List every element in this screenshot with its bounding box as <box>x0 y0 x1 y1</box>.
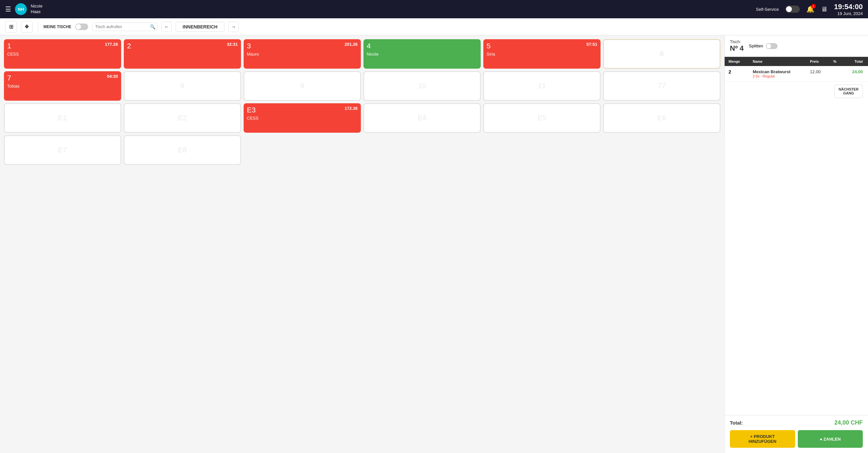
panel-spacer <box>725 101 868 415</box>
table-card-E5[interactable]: E5 <box>483 103 600 133</box>
nav-next-arrow[interactable]: → <box>228 22 239 32</box>
table-number-label: 2 <box>127 42 238 50</box>
item-sub: 2.0x · Regular <box>753 74 802 78</box>
table-card-77[interactable]: 77 <box>603 71 720 101</box>
table-placeholder: 10 <box>367 75 477 97</box>
clock-display: 19:54:00 19 Juni, 2024 <box>834 3 863 16</box>
col-name: Name <box>749 57 806 66</box>
table-number-label: 5 <box>487 42 597 50</box>
next-gang-button[interactable]: NÄCHSTER GANG <box>834 84 863 98</box>
panel-header: Tisch: Nº 4 Splitten <box>725 35 868 57</box>
self-service-label: Self-Service <box>756 7 779 12</box>
table-card-E8[interactable]: E8 <box>124 135 241 165</box>
nav-prev-arrow[interactable]: ← <box>161 22 172 32</box>
grid-view-icon[interactable]: ⊞ <box>5 21 17 33</box>
table-guest-name: Nicole <box>367 52 477 57</box>
table-card-E6[interactable]: E6 <box>603 103 720 133</box>
table-placeholder: 11 <box>487 75 597 97</box>
panel-footer-actions: + PRODUKT HINZUFÜGEN ● ZAHLEN <box>725 430 868 453</box>
search-input[interactable] <box>95 24 150 29</box>
table-amount: 172.38 <box>344 106 358 111</box>
order-table: Menge Name Preis % Total 2 Mexican Bratw… <box>725 57 868 82</box>
split-toggle: Splitten <box>749 43 777 49</box>
bell-container: 🔔 1 <box>806 5 814 13</box>
table-guest-name: Siria <box>487 52 597 57</box>
table-grid: 1 177.28 CESS 2 32:31 3 201.26 Mauro 4 N… <box>0 35 724 453</box>
table-card-E7[interactable]: E7 <box>4 135 121 165</box>
topbar: ☰ NH Nicole Haas Self-Service 🔔 1 🖥 19:5… <box>0 0 868 18</box>
meine-tische-toggle[interactable] <box>75 24 88 30</box>
meine-tische-label: MEINE TISCHE <box>43 25 71 29</box>
table-card-3[interactable]: 3 201.26 Mauro <box>244 39 361 68</box>
table-placeholder: E6 <box>607 107 716 130</box>
splitten-label: Splitten <box>749 44 763 48</box>
table-number-label: 4 <box>367 42 477 50</box>
clock-time: 19:54:00 <box>834 3 863 11</box>
table-guest-name: CESS <box>247 116 358 121</box>
total-label: Total: <box>730 420 743 426</box>
table-card-1[interactable]: 1 177.28 CESS <box>4 39 121 68</box>
item-qty: 2 <box>725 66 749 82</box>
col-percent: % <box>829 57 843 66</box>
search-icon: 🔍 <box>150 24 155 29</box>
topbar-left: ☰ NH Nicole Haas <box>5 3 42 15</box>
table-placeholder: 77 <box>607 75 716 97</box>
hamburger-icon[interactable]: ☰ <box>5 5 11 13</box>
splitten-toggle[interactable] <box>766 43 778 49</box>
table-card-7[interactable]: 7 04:30 Tobias <box>4 71 121 101</box>
ng-btn-area: NÄCHSTER GANG <box>725 82 868 101</box>
table-card-2[interactable]: 2 32:31 <box>124 39 241 68</box>
table-info: Tisch: Nº 4 <box>730 39 744 53</box>
col-menge: Menge <box>725 57 749 66</box>
table-number: Nº 4 <box>730 44 744 53</box>
user-name: Nicole Haas <box>31 4 42 15</box>
zone-label: INNENBEREICH <box>176 22 224 32</box>
topbar-right: Self-Service 🔔 1 🖥 19:54:00 19 Juni, 202… <box>756 3 863 16</box>
monitor-icon[interactable]: 🖥 <box>821 5 828 13</box>
table-card-11[interactable]: 11 <box>483 71 600 101</box>
table-card-10[interactable]: 10 <box>364 71 481 101</box>
table-number-label: 7 <box>7 74 118 82</box>
item-total: 24,00 <box>843 66 868 82</box>
table-placeholder: E4 <box>367 107 477 130</box>
table-placeholder: 9 <box>248 75 357 97</box>
table-placeholder: E7 <box>8 139 117 162</box>
clock-date: 19 Juni, 2024 <box>834 11 863 16</box>
table-card-E4[interactable]: E4 <box>364 103 481 133</box>
table-number-label: 1 <box>7 42 118 50</box>
search-box: 🔍 <box>92 23 157 31</box>
col-preis: Preis <box>806 57 829 66</box>
table-amount: 57:51 <box>587 42 597 47</box>
table-placeholder: 6 <box>607 43 716 65</box>
table-placeholder: E1 <box>8 107 117 130</box>
node-view-icon[interactable]: ❖ <box>21 21 33 33</box>
pay-button[interactable]: ● ZAHLEN <box>798 430 863 448</box>
table-card-E1[interactable]: E1 <box>4 103 121 133</box>
order-table-wrapper: Menge Name Preis % Total 2 Mexican Bratw… <box>725 57 868 82</box>
add-product-button[interactable]: + PRODUKT HINZUFÜGEN <box>730 430 795 448</box>
toggle-knob <box>786 6 792 12</box>
toolbar: ⊞ ❖ MEINE TISCHE 🔍 ← INNENBEREICH → <box>0 18 868 35</box>
avatar: NH <box>15 3 27 15</box>
tisch-label: Tisch: <box>730 39 744 44</box>
self-service-toggle[interactable] <box>785 5 800 13</box>
table-guest-name: CESS <box>7 52 118 57</box>
splitten-knob <box>767 44 771 48</box>
toolbar-divider <box>38 22 38 31</box>
toggle-small-knob <box>76 24 81 29</box>
table-amount: 32:31 <box>227 42 238 47</box>
panel-footer-total: Total: 24,00 CHF <box>725 415 868 430</box>
table-card-5[interactable]: 5 57:51 Siria <box>483 39 600 68</box>
table-guest-name: Mauro <box>247 52 358 57</box>
table-card-4[interactable]: 4 Nicole <box>364 39 481 68</box>
table-card-6[interactable]: 6 <box>603 39 720 68</box>
total-value: 24,00 CHF <box>834 419 863 426</box>
table-card-E3[interactable]: E3 172.38 CESS <box>244 103 361 133</box>
table-card-9[interactable]: 9 <box>244 71 361 101</box>
table-card-8[interactable]: 8 <box>124 71 241 101</box>
table-number-label: 3 <box>247 42 358 50</box>
item-name-cell: Mexican Bratwurst 2.0x · Regular <box>749 66 806 82</box>
table-placeholder: E5 <box>487 107 597 130</box>
table-row[interactable]: 2 Mexican Bratwurst 2.0x · Regular 12,00… <box>725 66 868 82</box>
table-card-E2[interactable]: E2 <box>124 103 241 133</box>
